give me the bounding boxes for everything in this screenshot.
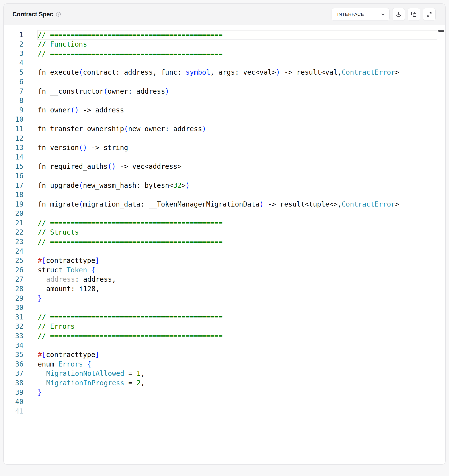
code-line: 19fn migrate(migration_data: __TokenMana… [4,200,437,209]
code-line: 34 [4,341,437,350]
code-text: #[contracttype] [37,256,437,266]
code-text: } [37,294,437,303]
contract-spec-panel: Contract Spec INTERFACE [3,3,446,465]
copy-icon [411,11,417,17]
code-line: 28 amount: i128, [4,284,437,294]
code-line: 8 [4,96,437,106]
copy-button[interactable] [408,8,420,21]
code-text: enum Errors { [37,360,437,369]
code-line: 41 [4,407,437,416]
code-text [37,407,437,416]
code-line: 32// Errors [4,322,437,331]
line-number: 37 [4,369,23,378]
code-line: 31// ===================================… [4,313,437,322]
code-line: 7fn __constructor(owner: address) [4,87,437,96]
line-number: 18 [4,190,23,200]
code-text [37,96,437,106]
code-text: amount: i128, [37,284,437,294]
code-text [37,153,437,162]
code-line: 39} [4,388,437,397]
code-text: // Structs [37,228,437,237]
line-number: 16 [4,171,23,181]
code-text: } [37,388,437,397]
code-line: 5fn execute(contract: address, func: sym… [4,68,437,77]
download-icon [396,11,401,17]
indent-guide [38,275,46,283]
line-number: 7 [4,87,23,96]
info-icon[interactable] [56,11,61,17]
line-number: 17 [4,181,23,190]
scrollbar-thumb[interactable] [438,30,444,32]
code-line: 27 address: address, [4,275,437,284]
code-text: fn owner() -> address [37,106,437,115]
code-line: 38 MigrationInProgress = 2, [4,378,437,388]
code-line: 14 [4,153,437,162]
code-line: 15fn required_auths() -> vec<address> [4,162,437,171]
code-line: 29} [4,294,437,303]
interface-dropdown[interactable]: INTERFACE [332,8,390,21]
line-number: 19 [4,200,23,209]
code-line: 24 [4,247,437,256]
panel-title-group: Contract Spec [12,11,61,18]
line-number: 15 [4,162,23,171]
line-number: 25 [4,256,23,266]
indent-guide [38,369,46,377]
code-text [37,115,437,124]
code-text: // =====================================… [37,218,437,228]
code-line: 30 [4,303,437,313]
line-number: 38 [4,378,23,388]
code-line: 33// ===================================… [4,331,437,341]
download-button[interactable] [392,8,405,21]
line-number: 26 [4,266,23,275]
line-number: 27 [4,275,23,284]
line-number: 4 [4,59,23,68]
indent-guide [38,285,46,293]
code-text [37,134,437,143]
code-text: fn transfer_ownership(new_owner: address… [37,124,437,134]
line-number: 36 [4,360,23,369]
code-text: // Functions [37,40,437,49]
code-text [37,341,437,350]
line-number: 11 [4,124,23,134]
code-block[interactable]: 1// ====================================… [4,25,437,464]
line-number: 13 [4,143,23,153]
code-line: 18 [4,190,437,200]
code-line: 4 [4,59,437,68]
line-number: 14 [4,153,23,162]
header-controls: INTERFACE [332,8,436,21]
line-number: 12 [4,134,23,143]
line-number: 10 [4,115,23,124]
code-text: address: address, [37,275,437,284]
line-number: 23 [4,237,23,247]
code-area: 1// ====================================… [4,25,445,464]
code-text [37,190,437,200]
code-line: 20 [4,209,437,218]
indent-guide [38,379,46,387]
code-text [37,303,437,313]
code-text: fn migrate(migration_data: __TokenManage… [37,200,437,209]
code-text: fn version() -> string [37,143,437,153]
line-number: 30 [4,303,23,313]
expand-button[interactable] [423,8,436,21]
code-line: 22// Structs [4,228,437,237]
panel-title: Contract Spec [12,11,53,18]
code-line: 3// ====================================… [4,49,437,59]
line-number: 6 [4,77,23,87]
code-line: 11fn transfer_ownership(new_owner: addre… [4,124,437,134]
line-number: 5 [4,68,23,77]
code-line: 9fn owner() -> address [4,106,437,115]
code-text: struct Token { [37,266,437,275]
code-line: 23// ===================================… [4,237,437,247]
code-line: 37 MigrationNotAllowed = 1, [4,369,437,378]
code-line: 1// ====================================… [4,30,437,40]
expand-icon [426,11,432,17]
code-line: 35#[contracttype] [4,350,437,360]
code-line: 10 [4,115,437,124]
line-number: 20 [4,209,23,218]
line-number: 31 [4,313,23,322]
code-line: 26struct Token { [4,266,437,275]
code-text: // =====================================… [37,49,437,59]
code-text: fn upgrade(new_wasm_hash: bytesn<32>) [37,181,437,190]
line-number: 24 [4,247,23,256]
code-text: fn __constructor(owner: address) [37,87,437,96]
